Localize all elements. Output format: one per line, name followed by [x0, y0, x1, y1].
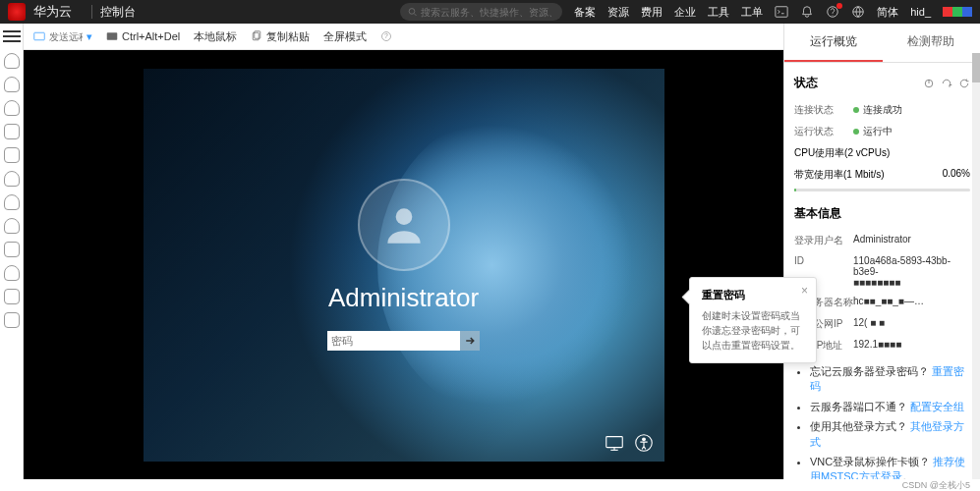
top-header: 华为云 控制台 备案 资源 费用 企业 工具 工单 简体 hid_ — [0, 0, 980, 24]
run-status-row: 运行状态 运行中 — [794, 121, 970, 142]
watermark: CSDN @全栈小5 — [0, 479, 980, 491]
accessibility-icon[interactable] — [633, 432, 655, 454]
ctrl-alt-del-button[interactable]: Ctrl+Alt+Del — [106, 30, 180, 42]
left-sidebar — [0, 24, 24, 479]
vnc-container: ▾ Ctrl+Alt+Del 本地鼠标 复制粘贴 全屏模式 ? Administ… — [24, 24, 783, 479]
cpu-label: CPU使用率(2 vCPUs) — [794, 146, 890, 160]
color-indicator — [943, 7, 972, 17]
conn-value: 连接成功 — [863, 104, 902, 115]
nav-tools[interactable]: 工具 — [708, 5, 729, 20]
sidebar-service-6[interactable] — [4, 171, 20, 187]
bw-label: 带宽使用率(1 Mbit/s) — [794, 168, 885, 182]
top-nav: 备案 资源 费用 企业 工具 工单 简体 hid_ — [574, 5, 972, 20]
faq-item: 使用其他登录方式？ 其他登录方式 — [810, 419, 970, 450]
sidebar-service-9[interactable] — [4, 242, 20, 257]
link-secgroup[interactable]: 配置安全组 — [910, 401, 964, 412]
remote-command-input[interactable] — [49, 31, 83, 42]
cad-label: Ctrl+Alt+Del — [122, 30, 180, 42]
svg-rect-12 — [605, 436, 622, 447]
power-icon[interactable] — [923, 78, 935, 89]
windows-lock-screen: Administrator — [144, 69, 664, 462]
faq-item: VNC登录鼠标操作卡顿？ 推荐使用MSTSC方式登录。 — [810, 455, 970, 479]
paste-label: 复制粘贴 — [266, 29, 310, 44]
globe-icon[interactable] — [851, 5, 865, 19]
password-row — [327, 331, 480, 351]
remote-command[interactable]: ▾ — [33, 30, 92, 43]
id-value: 110a468a-5893-43bb-b3e9- — [853, 255, 951, 277]
cloudshell-icon[interactable] — [775, 5, 788, 19]
faq-item: 云服务器端口不通？ 配置安全组 — [810, 400, 970, 414]
tab-overview[interactable]: 运行概览 — [784, 24, 883, 62]
scrollbar[interactable] — [972, 53, 980, 479]
vnc-screen[interactable]: Administrator — [24, 50, 783, 479]
refresh-icon[interactable] — [941, 78, 952, 89]
faq-list: 忘记云服务器登录密码？ 重置密码 云服务器端口不通？ 配置安全组 使用其他登录方… — [794, 364, 970, 479]
reload-icon[interactable] — [958, 78, 970, 89]
password-input[interactable] — [327, 331, 460, 351]
copy-paste-button[interactable]: 复制粘贴 — [251, 29, 310, 44]
sidebar-service-1[interactable] — [4, 53, 20, 69]
sidebar-service-10[interactable] — [4, 265, 20, 281]
cpu-row: CPU使用率(2 vCPUs) — [794, 142, 970, 164]
status-dot-icon — [853, 129, 859, 135]
fullscreen-button[interactable]: 全屏模式 — [323, 29, 367, 44]
nav-beian[interactable]: 备案 — [574, 5, 596, 20]
nav-fees[interactable]: 费用 — [641, 5, 663, 20]
console-link[interactable]: 控制台 — [100, 4, 136, 21]
svg-rect-2 — [776, 7, 787, 18]
user-label: 登录用户名 — [794, 234, 853, 247]
id-mask: ■■■■■■■■ — [853, 277, 900, 288]
sidebar-service-12[interactable] — [4, 312, 20, 328]
run-value: 运行中 — [863, 126, 893, 136]
panel-tabs: 运行概览 检测帮助 — [784, 24, 980, 63]
status-dot-icon — [853, 107, 859, 113]
bw-row: 带宽使用率(1 Mbit/s) 0.06% — [794, 164, 970, 186]
nav-tickets[interactable]: 工单 — [741, 5, 763, 20]
reset-password-tooltip: × 重置密码 创建时未设置密码或当你遗忘登录密码时，可以点击重置密码设置。 — [689, 277, 817, 363]
network-icon[interactable] — [604, 432, 625, 454]
huawei-logo — [8, 3, 26, 21]
nav-lang[interactable]: 简体 — [877, 5, 898, 20]
menu-icon[interactable] — [3, 27, 21, 45]
svg-line-1 — [414, 14, 416, 16]
header-search[interactable] — [400, 3, 562, 21]
svg-rect-6 — [107, 32, 118, 40]
conn-status-row: 连接状态 连接成功 — [794, 99, 970, 121]
name-value: hc■■_■■_■—… — [853, 296, 970, 309]
nav-enterprise[interactable]: 企业 — [674, 5, 696, 20]
nav-user[interactable]: hid_ — [910, 6, 931, 18]
sidebar-service-8[interactable] — [4, 218, 20, 234]
scrollbar-thumb[interactable] — [972, 53, 980, 82]
sidebar-service-5[interactable] — [4, 147, 20, 163]
help-toolbar-icon[interactable]: ? — [380, 30, 392, 42]
right-panel: 运行概览 检测帮助 状态 连接状态 连接成功 运行状态 运行中 CPU使 — [783, 24, 980, 479]
search-input[interactable] — [421, 7, 554, 18]
sidebar-service-2[interactable] — [4, 77, 20, 92]
tooltip-close-icon[interactable]: × — [801, 284, 808, 298]
notification-icon[interactable] — [800, 5, 814, 19]
svg-point-11 — [395, 208, 412, 225]
sidebar-service-4[interactable] — [4, 124, 20, 139]
vnc-toolbar: ▾ Ctrl+Alt+Del 本地鼠标 复制粘贴 全屏模式 ? — [24, 24, 783, 50]
user-avatar — [358, 179, 450, 271]
help-icon[interactable] — [826, 5, 839, 19]
chevron-down-icon[interactable]: ▾ — [86, 30, 92, 43]
svg-text:?: ? — [384, 32, 388, 39]
nav-resources[interactable]: 资源 — [607, 5, 629, 20]
sidebar-service-11[interactable] — [4, 289, 20, 304]
svg-point-16 — [642, 437, 645, 440]
lock-username: Administrator — [328, 283, 479, 313]
svg-rect-5 — [34, 32, 45, 40]
brand-text: 华为云 — [33, 3, 72, 21]
status-title: 状态 — [794, 75, 818, 91]
bw-progress — [794, 189, 970, 191]
eip-value: 12( ■ ■ — [853, 317, 970, 331]
local-cursor-button[interactable]: 本地鼠标 — [194, 29, 237, 44]
sidebar-service-3[interactable] — [4, 100, 20, 116]
password-submit-button[interactable] — [460, 331, 480, 351]
pip-value: 192.1■■■■ — [853, 339, 970, 353]
tab-diagnosis[interactable]: 检测帮助 — [883, 24, 981, 62]
panel-body: 状态 连接状态 连接成功 运行状态 运行中 CPU使用率(2 vCPUs) 带宽… — [784, 63, 980, 479]
sidebar-service-7[interactable] — [4, 194, 20, 210]
bw-value: 0.06% — [943, 168, 970, 182]
